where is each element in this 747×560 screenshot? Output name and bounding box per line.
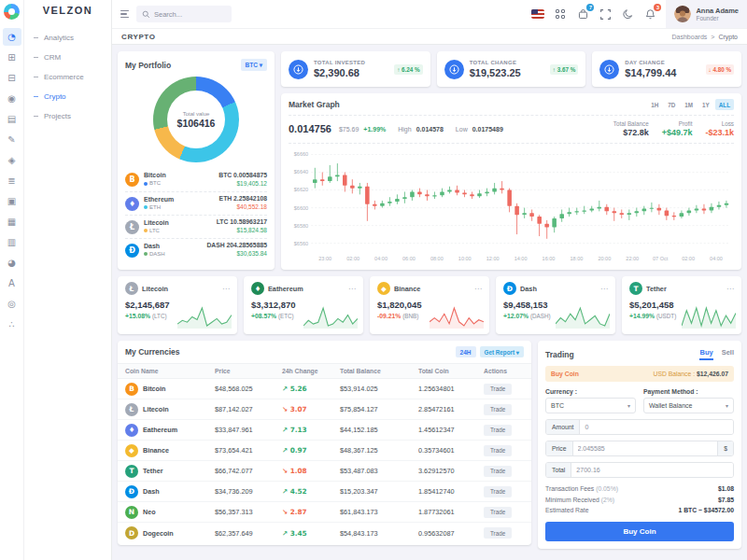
market-price-change: +1.99% <box>363 126 386 133</box>
dark-mode-icon[interactable] <box>621 7 634 21</box>
timeframe-7d[interactable]: 7D <box>664 99 679 110</box>
sidebar-item-analytics[interactable]: Analytics <box>24 28 111 48</box>
column-header: Price <box>215 368 282 374</box>
landing-icon[interactable]: ✎ <box>3 131 21 148</box>
more-options-icon[interactable]: ⋯ <box>726 285 734 293</box>
svg-text:02:00: 02:00 <box>682 256 695 261</box>
balance-cell: $53,487.083 <box>340 467 418 475</box>
sidebar-item-label: Projects <box>44 112 71 120</box>
table-row: TTether$66,742.077↘ 1.08$53,487.0833.629… <box>118 461 531 482</box>
breadcrumb-crypto: Crypto <box>718 34 738 40</box>
payment-method-select[interactable]: Wallet Balance▾ <box>643 398 734 413</box>
charts-icon[interactable]: ◕ <box>3 254 21 272</box>
menu-toggle-icon[interactable] <box>120 10 129 18</box>
svg-text:04:00: 04:00 <box>710 256 723 261</box>
more-options-icon[interactable]: ⋯ <box>600 285 608 293</box>
currency-select[interactable]: BTC▾ <box>545 398 636 413</box>
total-coin-cell: 1.45612347 <box>418 426 484 434</box>
coin-name: Dash <box>144 243 165 251</box>
trade-button[interactable]: Trade <box>484 445 512 456</box>
more-options-icon[interactable]: ⋯ <box>474 285 482 293</box>
timeframe-1m[interactable]: 1M <box>681 99 697 110</box>
tab-buy[interactable]: Buy <box>699 348 712 360</box>
coin-amount: BTC 0.00584875 <box>218 172 267 180</box>
multi-level-icon[interactable]: ∴ <box>3 315 21 333</box>
more-options-icon[interactable]: ⋯ <box>222 285 230 293</box>
tables-icon[interactable]: ▥ <box>3 233 21 251</box>
authentication-icon[interactable]: ◉ <box>3 90 21 107</box>
user-menu[interactable]: Anna Adame Founder <box>666 0 747 28</box>
web-apps-icon[interactable] <box>554 7 567 21</box>
notifications-icon[interactable]: 3 <box>643 7 656 21</box>
breadcrumb-dashboards[interactable]: Dashboards <box>672 34 708 40</box>
table-row: ŁLitecoin$87,142.027↘ 3.07$75,854.1272.8… <box>118 399 531 420</box>
icons-icon[interactable]: A <box>3 274 21 292</box>
high-value: 0.014578 <box>416 126 444 133</box>
tab-sell[interactable]: Sell <box>722 348 734 360</box>
widgets-icon[interactable]: ▣ <box>3 192 21 210</box>
search-icon <box>142 10 150 19</box>
stat-value: -$23.1k <box>705 128 734 138</box>
coin-name: Dash <box>143 487 160 496</box>
advance-ui-icon[interactable]: ≣ <box>3 172 21 189</box>
eathereum-icon: ♦ <box>125 424 138 437</box>
amount-input[interactable] <box>580 420 733 434</box>
brand-logo-icon[interactable] <box>4 4 20 20</box>
total-input[interactable] <box>571 463 733 477</box>
coin-card-unit: (ETC) <box>278 313 294 319</box>
coin-card-header: ◆Binance⋯ <box>377 282 482 295</box>
breadcrumb: Dashboards > Crypto <box>672 34 738 40</box>
symbol-dot <box>144 252 148 256</box>
apps-icon[interactable]: ⊞ <box>3 49 21 66</box>
trade-button[interactable]: Trade <box>484 466 512 477</box>
get-report-button[interactable]: Get Report ▾ <box>480 346 524 357</box>
more-options-icon[interactable]: ⋯ <box>348 285 356 293</box>
price-group: Price $ <box>545 441 734 456</box>
sidebar-item-crypto[interactable]: Crypto <box>24 87 111 106</box>
coin-cell: DDogecoin <box>125 526 215 539</box>
donut-total-value: $106416 <box>177 118 216 129</box>
table-row: NNeo$56,357.313↘ 2.87$61,843.1731.877320… <box>118 502 531 523</box>
range-24h-button[interactable]: 24H <box>456 346 476 357</box>
coin-cell: BBitcoin <box>125 383 215 396</box>
eathereum-icon: ♦ <box>251 282 264 295</box>
balance-cell: $53,914.025 <box>340 385 418 393</box>
brand-name[interactable]: VELZON <box>24 5 111 16</box>
timeframe-1y[interactable]: 1Y <box>698 99 713 110</box>
forms-icon[interactable]: ▦ <box>3 213 21 231</box>
pages-icon[interactable]: ▤ <box>3 110 21 128</box>
trade-button[interactable]: Trade <box>484 527 512 539</box>
bitcoin-icon: B <box>125 383 138 396</box>
layouts-icon[interactable]: ⊟ <box>3 69 21 87</box>
eathereum-card: ♦Eathereum⋯$3,312,870+08.57% (ETC) <box>244 276 363 334</box>
search-box[interactable] <box>136 6 232 22</box>
sidebar-item-projects[interactable]: Projects <box>24 106 111 126</box>
price-input[interactable] <box>573 441 718 455</box>
market-stat: Loss-$23.1k <box>705 119 734 138</box>
fullscreen-icon[interactable] <box>599 7 612 21</box>
buy-coin-button[interactable]: Buy Coin <box>545 522 734 541</box>
maps-icon[interactable]: ◎ <box>3 295 21 313</box>
sidebar-item-ecommerce[interactable]: Ecommerce <box>24 67 111 87</box>
change-cell: ↗ 4.52 <box>282 487 340 496</box>
dash-icon: Đ <box>503 282 516 295</box>
timeframe-1h[interactable]: 1H <box>647 99 662 110</box>
trade-button[interactable]: Trade <box>484 425 512 436</box>
summary-label: TOTAL CHANGE <box>470 59 521 66</box>
trade-button[interactable]: Trade <box>484 384 512 395</box>
table-row: ♦Eathereum$33,847.961↗ 7.13$44,152.1851.… <box>118 420 531 441</box>
sidebar-item-crm[interactable]: CRM <box>24 48 111 67</box>
trade-button[interactable]: Trade <box>484 507 512 518</box>
arrow-circle-icon <box>599 60 619 79</box>
trade-button[interactable]: Trade <box>484 486 512 497</box>
dashboards-icon[interactable]: ◔ <box>3 28 21 46</box>
price-addon: Price <box>546 441 573 455</box>
search-input[interactable] <box>154 10 226 19</box>
trade-button[interactable]: Trade <box>484 404 512 415</box>
portfolio-currency-select[interactable]: BTC ▾ <box>241 59 267 71</box>
timeframe-all[interactable]: ALL <box>715 99 734 110</box>
base-ui-icon[interactable]: ◈ <box>3 151 21 169</box>
cart-icon[interactable]: 7 <box>576 7 589 21</box>
language-flag-icon[interactable] <box>531 7 544 21</box>
price-cell: $87,142.027 <box>215 405 282 413</box>
